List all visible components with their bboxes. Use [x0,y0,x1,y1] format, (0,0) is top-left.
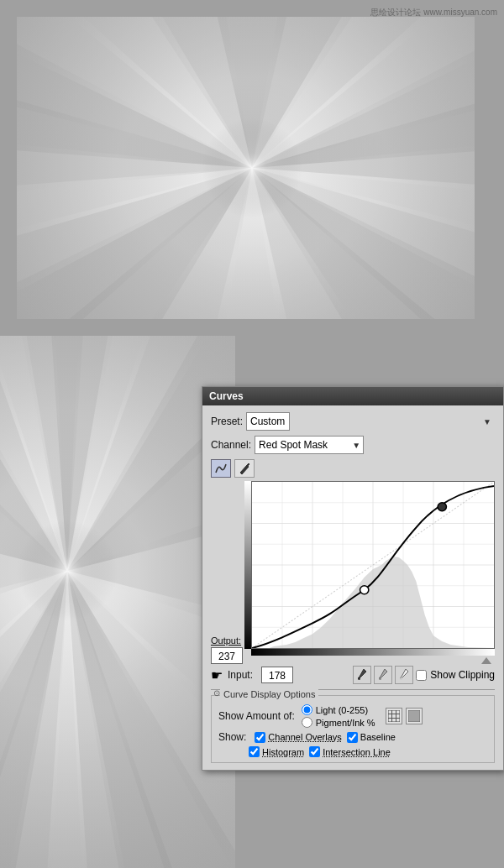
preset-select-wrapper: Custom [246,412,495,431]
channel-overlays-label: Channel Overlays [268,732,341,742]
show-amount-row: Show Amount of: Light (0-255) Pigment/In… [218,704,487,728]
histogram-label: Histogram [262,747,304,757]
pigment-radio[interactable] [302,717,312,728]
light-option-row: Light (0-255) [302,704,375,715]
show-amount-label: Show Amount of: [218,710,295,722]
svg-point-18 [379,677,381,680]
preset-label: Preset: [211,416,243,427]
show-clipping-checkbox[interactable] [416,670,427,681]
watermark: 思绘设计论坛 www.missyuan.com [370,7,497,18]
channel-overlays-item: Channel Overlays [255,732,341,743]
baseline-checkbox[interactable] [347,732,358,743]
expand-icon[interactable]: ⊙ [213,688,220,698]
top-image [17,17,475,319]
grid-4x4-icon[interactable] [386,708,402,724]
svg-point-16 [438,503,446,511]
pencil-tool-btn[interactable] [234,459,255,478]
svg-point-17 [358,677,360,680]
preset-select[interactable]: Custom [246,412,290,431]
panel-titlebar: Curves [202,387,503,405]
input-gradient-bar [251,649,495,656]
panel-title: Curves [209,390,244,402]
show-row-2: Histogram Intersection Line [218,746,487,757]
svg-point-15 [360,586,369,594]
curves-panel: Curves Preset: Custom Channel: Red Spot … [202,386,504,771]
channel-label: Channel: [211,439,251,451]
starburst-canvas-bottom [0,336,235,868]
grid-icons [386,708,423,724]
input-value[interactable]: 178 [261,667,293,683]
pencil-icon [239,463,250,474]
graph-container: Output: 237 [211,481,495,664]
bottom-image [0,336,235,868]
curve-icon [215,463,227,474]
eyedropper-gray-icon [378,668,388,682]
input-label-row: ☛ Input: 178 [211,667,293,683]
output-value[interactable]: 237 [211,647,243,664]
show-label: Show: [218,731,246,743]
hand-icon[interactable]: ☛ [211,667,223,683]
grid-10x10-icon[interactable] [406,708,423,724]
svg-point-19 [400,677,402,680]
pigment-label: Pigment/Ink % [316,718,375,728]
panel-body: Preset: Custom Channel: Red Spot Mask [202,405,503,770]
graph-area [251,481,495,664]
show-clipping-label: Show Clipping [430,669,495,681]
intersection-line-label: Intersection Line [323,747,391,757]
channel-select-wrapper: Red Spot Mask [255,436,364,454]
options-title: Curve Display Options [220,689,318,699]
baseline-item: Baseline [347,732,396,743]
histogram-checkbox[interactable] [249,746,260,757]
output-label: Output: [211,635,241,646]
eyedropper-black-icon [357,668,367,682]
intersection-line-checkbox[interactable] [309,746,320,757]
output-gradient-bar [244,481,251,649]
input-row: ☛ Input: 178 [211,666,495,684]
channel-overlays-checkbox[interactable] [255,732,265,743]
pigment-option-row: Pigment/Ink % [302,717,375,728]
triangle-indicator [481,657,491,664]
channel-select[interactable]: Red Spot Mask [255,436,364,454]
gray-point-eyedropper[interactable] [374,666,392,684]
eyedropper-group: Show Clipping [353,666,495,684]
tools-row [211,459,495,478]
light-radio[interactable] [302,704,312,715]
preset-row: Preset: Custom [211,412,495,431]
light-label: Light (0-255) [316,705,368,715]
show-clipping-row: Show Clipping [416,669,495,681]
show-row: Show: Channel Overlays Baseline [218,731,487,743]
white-point-eyedropper[interactable] [395,666,413,684]
baseline-label: Baseline [360,732,396,742]
svg-rect-24 [388,710,400,722]
eyedropper-white-icon [399,668,409,682]
graph-canvas[interactable] [251,481,495,649]
curve-display-options: ⊙ Curve Display Options Show Amount of: … [211,695,495,763]
curve-tool-btn[interactable] [211,459,231,478]
input-label: Input: [228,669,253,681]
intersection-line-item: Intersection Line [309,746,391,757]
curves-svg [252,482,494,648]
input-section: Input: 178 [228,667,293,683]
radio-group: Light (0-255) Pigment/Ink % [302,704,375,728]
channel-row: Channel: Red Spot Mask [211,436,495,454]
histogram-item: Histogram [249,746,304,757]
starburst-canvas-top [17,17,475,319]
black-point-eyedropper[interactable] [353,666,371,684]
